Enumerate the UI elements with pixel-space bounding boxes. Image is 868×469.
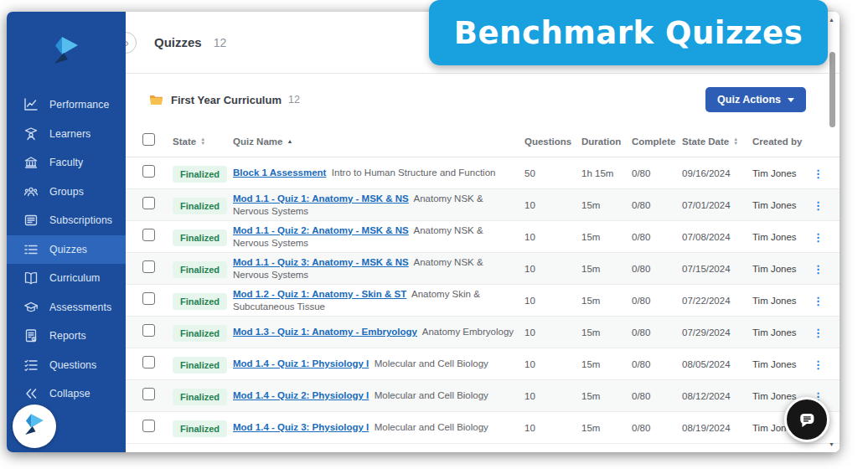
sidebar-item-label: Questions <box>49 359 96 371</box>
scroll-down-icon[interactable]: ▼ <box>829 441 834 447</box>
toolbar: First Year Curriculum 12 Quiz Actions <box>126 74 840 126</box>
sidebar-item-label: Subscriptions <box>49 214 112 226</box>
sidebar-item-learners[interactable]: Learners <box>7 120 126 149</box>
scroll-up-icon[interactable]: ▲ <box>829 17 834 23</box>
column-header-created-by: Created by <box>752 137 813 147</box>
banner-label: Benchmark Quizzes <box>454 15 803 51</box>
status-badge: Finalized <box>173 357 227 374</box>
row-checkbox[interactable] <box>142 388 155 400</box>
main-content: » Quizzes 12 First Year Curriculum 12 Qu… <box>126 12 840 452</box>
questions-cell: 10 <box>524 391 581 401</box>
quiz-subtitle: Molecular and Cell Biology <box>375 358 488 368</box>
kebab-menu-icon[interactable]: ⋮ <box>813 168 824 180</box>
people-icon <box>23 184 39 199</box>
state-date-cell: 08/05/2024 <box>682 359 752 369</box>
row-checkbox[interactable] <box>142 292 155 305</box>
quiz-name-cell: Mod 1.1 - Quiz 1: Anatomy - MSK & NS Ana… <box>233 193 524 218</box>
sidebar-nav: Performance Learners Faculty Groups Subs… <box>7 90 126 409</box>
state-date-cell: 07/22/2024 <box>682 296 752 306</box>
sidebar-item-curriculum[interactable]: Curriculum <box>7 264 126 293</box>
scrollbar-thumb[interactable] <box>829 52 835 127</box>
kebab-menu-icon[interactable]: ⋮ <box>813 263 824 276</box>
quiz-subtitle: Intro to Human Structure and Function <box>332 168 496 178</box>
page-title: Quizzes <box>154 35 202 49</box>
quiz-name-link[interactable]: Mod 1.1 - Quiz 3: Anatomy - MSK & NS <box>233 257 409 267</box>
sidebar-item-collapse[interactable]: Collapse <box>7 379 126 409</box>
sidebar-item-questions[interactable]: Questions <box>7 351 126 380</box>
created-by-cell: Tim Jones <box>752 327 813 338</box>
sidebar-item-performance[interactable]: Performance <box>7 90 126 120</box>
curriculum-folder[interactable]: First Year Curriculum 12 <box>149 94 300 106</box>
folder-icon <box>149 94 163 106</box>
chevron-down-icon <box>788 98 794 102</box>
quiz-actions-button[interactable]: Quiz Actions <box>705 87 806 112</box>
quiz-name-link[interactable]: Mod 1.2 - Quiz 1: Anatomy - Skin & ST <box>233 289 406 299</box>
quiz-name-link[interactable]: Mod 1.4 - Quiz 3: Physiology I <box>233 422 369 432</box>
sidebar-item-reports[interactable]: Reports <box>7 322 126 351</box>
row-checkbox[interactable] <box>142 356 155 368</box>
kebab-menu-icon[interactable]: ⋮ <box>813 327 824 339</box>
quiz-name-link[interactable]: Block 1 Assessment <box>233 168 326 178</box>
quiz-name-link[interactable]: Mod 1.4 - Quiz 2: Physiology I <box>233 390 369 400</box>
quiz-actions-label: Quiz Actions <box>717 94 781 106</box>
institution-icon <box>23 155 39 170</box>
row-checkbox[interactable] <box>142 165 155 178</box>
sidebar-item-label: Collapse <box>49 388 90 399</box>
table-row[interactable]: FinalizedMod 1.4 - Quiz 1: Physiology I … <box>126 348 840 380</box>
complete-cell: 0/80 <box>632 232 682 242</box>
quiz-name-link[interactable]: Mod 1.3 - Quiz 1: Anatomy - Embryology <box>233 327 417 337</box>
brand-logo-icon <box>48 34 85 72</box>
folder-count: 12 <box>288 94 300 106</box>
duration-cell: 1h 15m <box>581 168 632 178</box>
table-row[interactable]: FinalizedMod 1.4 - Quiz 2: Physiology I … <box>126 380 840 412</box>
quiz-name-link[interactable]: Mod 1.1 - Quiz 1: Anatomy - MSK & NS <box>233 193 409 204</box>
sidebar-item-label: Performance <box>49 99 110 111</box>
column-header-state[interactable]: State ▲▼ <box>173 137 233 147</box>
row-checkbox[interactable] <box>142 324 155 337</box>
sidebar-item-subscriptions[interactable]: Subscriptions <box>7 206 126 235</box>
folder-label: First Year Curriculum <box>171 94 282 106</box>
quiz-name-cell: Mod 1.4 - Quiz 1: Physiology I Molecular… <box>233 358 524 370</box>
sidebar-item-label: Curriculum <box>49 272 100 284</box>
table-row[interactable]: FinalizedMod 1.4 - Quiz 3: Physiology I … <box>126 412 840 444</box>
kebab-menu-icon[interactable]: ⋮ <box>813 199 824 212</box>
double-chevron-left-icon <box>23 386 39 401</box>
sidebar-item-assessments[interactable]: Assessments <box>7 293 126 322</box>
sidebar-item-label: Assessments <box>49 302 111 313</box>
sidebar-item-label: Learners <box>49 128 90 140</box>
duration-cell: 15m <box>581 232 632 242</box>
quiz-name-link[interactable]: Mod 1.4 - Quiz 1: Physiology I <box>233 358 369 368</box>
quiz-name-cell: Mod 1.4 - Quiz 3: Physiology I Molecular… <box>233 421 524 434</box>
vertical-scrollbar[interactable]: ▲ ▼ <box>828 15 837 449</box>
row-checkbox[interactable] <box>142 260 155 273</box>
row-checkbox[interactable] <box>142 197 155 209</box>
complete-cell: 0/80 <box>632 264 682 274</box>
status-badge: Finalized <box>173 261 227 278</box>
quiz-name-link[interactable]: Mod 1.1 - Quiz 2: Anatomy - MSK & NS <box>233 225 409 235</box>
row-checkbox[interactable] <box>142 229 155 241</box>
sidebar-item-label: Reports <box>49 330 86 342</box>
table-row[interactable]: FinalizedMod 1.1 - Quiz 3: Anatomy - MSK… <box>126 253 840 285</box>
table-row[interactable]: FinalizedMod 1.1 - Quiz 2: Anatomy - MSK… <box>126 221 840 253</box>
row-checkbox[interactable] <box>142 420 155 432</box>
table-row[interactable]: FinalizedMod 1.1 - Quiz 1: Anatomy - MSK… <box>126 189 840 221</box>
column-header-state-date[interactable]: State Date ▲▼ <box>682 137 752 147</box>
chat-button[interactable] <box>784 397 829 442</box>
chat-bubble-icon <box>795 408 819 431</box>
table-row[interactable]: FinalizedMod 1.3 - Quiz 1: Anatomy - Emb… <box>126 317 840 348</box>
line-chart-icon <box>23 97 39 112</box>
kebab-menu-icon[interactable]: ⋮ <box>813 358 824 371</box>
kebab-menu-icon[interactable]: ⋮ <box>813 231 824 244</box>
screen: Performance Learners Faculty Groups Subs… <box>0 0 868 469</box>
column-header-quiz-name[interactable]: Quiz Name ▲ <box>233 137 524 147</box>
table-row[interactable]: FinalizedBlock 1 Assessment Intro to Hum… <box>126 157 840 189</box>
table-row[interactable]: FinalizedMod 1.2 - Quiz 1: Anatomy - Ski… <box>126 285 840 317</box>
sidebar: Performance Learners Faculty Groups Subs… <box>7 12 126 452</box>
select-all-checkbox[interactable] <box>142 133 155 146</box>
created-by-cell: Tim Jones <box>752 296 813 306</box>
sidebar-item-groups[interactable]: Groups <box>7 178 126 207</box>
sidebar-item-quizzes[interactable]: Quizzes <box>7 235 126 265</box>
kebab-menu-icon[interactable]: ⋮ <box>813 295 824 307</box>
sidebar-item-faculty[interactable]: Faculty <box>7 148 126 178</box>
state-date-cell: 07/08/2024 <box>682 232 752 242</box>
